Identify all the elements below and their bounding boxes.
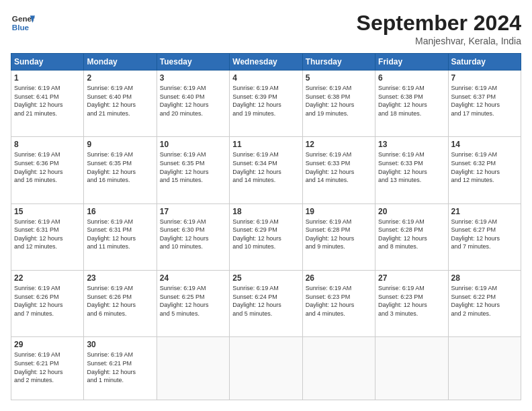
day-number: 22 bbox=[14, 273, 81, 283]
calendar-cell: 21Sunrise: 6:19 AM Sunset: 6:27 PM Dayli… bbox=[448, 203, 521, 270]
day-number: 11 bbox=[232, 140, 299, 149]
logo-icon: General Blue bbox=[11, 11, 35, 35]
calendar-cell: 19Sunrise: 6:19 AM Sunset: 6:28 PM Dayli… bbox=[302, 203, 375, 270]
calendar-cell: 26Sunrise: 6:19 AM Sunset: 6:23 PM Dayli… bbox=[302, 271, 375, 337]
calendar-cell: 4Sunrise: 6:19 AM Sunset: 6:39 PM Daylig… bbox=[230, 71, 302, 137]
calendar-cell: 1Sunrise: 6:19 AM Sunset: 6:41 PM Daylig… bbox=[11, 71, 84, 137]
day-info: Sunrise: 6:19 AM Sunset: 6:40 PM Dayligh… bbox=[87, 84, 153, 118]
day-info: Sunrise: 6:19 AM Sunset: 6:22 PM Dayligh… bbox=[451, 284, 518, 318]
day-info: Sunrise: 6:19 AM Sunset: 6:27 PM Dayligh… bbox=[451, 218, 518, 251]
calendar-cell: 15Sunrise: 6:19 AM Sunset: 6:31 PM Dayli… bbox=[11, 203, 84, 270]
day-info: Sunrise: 6:19 AM Sunset: 6:32 PM Dayligh… bbox=[451, 150, 518, 184]
day-info: Sunrise: 6:19 AM Sunset: 6:37 PM Dayligh… bbox=[451, 84, 518, 118]
calendar-cell: 11Sunrise: 6:19 AM Sunset: 6:34 PM Dayli… bbox=[230, 137, 302, 203]
calendar-cell bbox=[448, 337, 521, 400]
day-number: 13 bbox=[378, 140, 445, 149]
calendar-cell: 5Sunrise: 6:19 AM Sunset: 6:38 PM Daylig… bbox=[302, 71, 375, 137]
day-info: Sunrise: 6:19 AM Sunset: 6:30 PM Dayligh… bbox=[160, 218, 226, 251]
title-block: September 2024 Manjeshvar, Kerala, India bbox=[357, 11, 521, 46]
day-number: 8 bbox=[14, 140, 81, 149]
calendar-cell: 28Sunrise: 6:19 AM Sunset: 6:22 PM Dayli… bbox=[448, 271, 521, 337]
calendar-week-row: 1Sunrise: 6:19 AM Sunset: 6:41 PM Daylig… bbox=[11, 71, 521, 137]
day-info: Sunrise: 6:19 AM Sunset: 6:34 PM Dayligh… bbox=[232, 150, 299, 184]
calendar-week-row: 15Sunrise: 6:19 AM Sunset: 6:31 PM Dayli… bbox=[11, 203, 521, 270]
calendar-table: SundayMondayTuesdayWednesdayThursdayFrid… bbox=[11, 53, 521, 400]
day-info: Sunrise: 6:19 AM Sunset: 6:26 PM Dayligh… bbox=[14, 284, 81, 318]
day-info: Sunrise: 6:19 AM Sunset: 6:38 PM Dayligh… bbox=[306, 84, 372, 118]
calendar-cell: 22Sunrise: 6:19 AM Sunset: 6:26 PM Dayli… bbox=[11, 271, 84, 337]
day-number: 5 bbox=[306, 73, 372, 83]
day-info: Sunrise: 6:19 AM Sunset: 6:21 PM Dayligh… bbox=[87, 351, 153, 384]
weekday-header-row: SundayMondayTuesdayWednesdayThursdayFrid… bbox=[11, 54, 521, 71]
day-number: 15 bbox=[14, 207, 81, 216]
calendar-cell: 30Sunrise: 6:19 AM Sunset: 6:21 PM Dayli… bbox=[84, 337, 157, 400]
calendar-cell: 25Sunrise: 6:19 AM Sunset: 6:24 PM Dayli… bbox=[230, 271, 302, 337]
day-number: 21 bbox=[451, 207, 518, 216]
day-info: Sunrise: 6:19 AM Sunset: 6:25 PM Dayligh… bbox=[160, 284, 226, 318]
calendar-cell: 14Sunrise: 6:19 AM Sunset: 6:32 PM Dayli… bbox=[448, 137, 521, 203]
calendar-cell: 6Sunrise: 6:19 AM Sunset: 6:38 PM Daylig… bbox=[375, 71, 448, 137]
calendar-cell: 7Sunrise: 6:19 AM Sunset: 6:37 PM Daylig… bbox=[448, 71, 521, 137]
day-number: 26 bbox=[306, 273, 372, 283]
day-number: 18 bbox=[232, 207, 299, 216]
day-number: 2 bbox=[87, 73, 153, 83]
day-number: 10 bbox=[160, 140, 226, 149]
calendar-cell bbox=[230, 337, 302, 400]
weekday-header: Thursday bbox=[302, 54, 375, 71]
day-info: Sunrise: 6:19 AM Sunset: 6:24 PM Dayligh… bbox=[232, 284, 299, 318]
calendar-cell: 24Sunrise: 6:19 AM Sunset: 6:25 PM Dayli… bbox=[157, 271, 229, 337]
page: General Blue September 2024 Manjeshvar, … bbox=[0, 0, 532, 411]
svg-text:Blue: Blue bbox=[12, 23, 30, 32]
day-info: Sunrise: 6:19 AM Sunset: 6:23 PM Dayligh… bbox=[378, 284, 445, 318]
calendar-cell bbox=[375, 337, 448, 400]
day-number: 3 bbox=[160, 73, 226, 83]
day-info: Sunrise: 6:19 AM Sunset: 6:28 PM Dayligh… bbox=[306, 218, 372, 251]
day-info: Sunrise: 6:19 AM Sunset: 6:29 PM Dayligh… bbox=[232, 218, 299, 251]
weekday-header: Sunday bbox=[11, 54, 84, 71]
day-info: Sunrise: 6:19 AM Sunset: 6:31 PM Dayligh… bbox=[14, 218, 81, 251]
weekday-header: Monday bbox=[84, 54, 157, 71]
day-number: 27 bbox=[378, 273, 445, 283]
day-info: Sunrise: 6:19 AM Sunset: 6:23 PM Dayligh… bbox=[306, 284, 372, 318]
calendar-cell: 18Sunrise: 6:19 AM Sunset: 6:29 PM Dayli… bbox=[230, 203, 302, 270]
weekday-header: Friday bbox=[375, 54, 448, 71]
day-info: Sunrise: 6:19 AM Sunset: 6:28 PM Dayligh… bbox=[378, 218, 445, 251]
calendar-cell: 29Sunrise: 6:19 AM Sunset: 6:21 PM Dayli… bbox=[11, 337, 84, 400]
day-number: 9 bbox=[87, 140, 153, 149]
location-title: Manjeshvar, Kerala, India bbox=[357, 36, 521, 46]
day-number: 6 bbox=[378, 73, 445, 83]
day-number: 19 bbox=[306, 207, 372, 216]
calendar-cell: 16Sunrise: 6:19 AM Sunset: 6:31 PM Dayli… bbox=[84, 203, 157, 270]
weekday-header: Wednesday bbox=[230, 54, 302, 71]
day-info: Sunrise: 6:19 AM Sunset: 6:35 PM Dayligh… bbox=[87, 150, 153, 184]
weekday-header: Tuesday bbox=[157, 54, 229, 71]
weekday-header: Saturday bbox=[448, 54, 521, 71]
calendar-week-row: 22Sunrise: 6:19 AM Sunset: 6:26 PM Dayli… bbox=[11, 271, 521, 337]
calendar-cell: 10Sunrise: 6:19 AM Sunset: 6:35 PM Dayli… bbox=[157, 137, 229, 203]
calendar-cell: 20Sunrise: 6:19 AM Sunset: 6:28 PM Dayli… bbox=[375, 203, 448, 270]
day-info: Sunrise: 6:19 AM Sunset: 6:35 PM Dayligh… bbox=[160, 150, 226, 184]
day-info: Sunrise: 6:19 AM Sunset: 6:21 PM Dayligh… bbox=[14, 351, 81, 384]
calendar-cell: 9Sunrise: 6:19 AM Sunset: 6:35 PM Daylig… bbox=[84, 137, 157, 203]
calendar-cell: 17Sunrise: 6:19 AM Sunset: 6:30 PM Dayli… bbox=[157, 203, 229, 270]
calendar-cell: 13Sunrise: 6:19 AM Sunset: 6:33 PM Dayli… bbox=[375, 137, 448, 203]
day-info: Sunrise: 6:19 AM Sunset: 6:36 PM Dayligh… bbox=[14, 150, 81, 184]
calendar-cell: 23Sunrise: 6:19 AM Sunset: 6:26 PM Dayli… bbox=[84, 271, 157, 337]
day-number: 29 bbox=[14, 340, 81, 349]
month-title: September 2024 bbox=[357, 11, 521, 36]
calendar-cell bbox=[302, 337, 375, 400]
day-info: Sunrise: 6:19 AM Sunset: 6:39 PM Dayligh… bbox=[232, 84, 299, 118]
day-number: 24 bbox=[160, 273, 226, 283]
day-number: 25 bbox=[232, 273, 299, 283]
day-number: 16 bbox=[87, 207, 153, 216]
day-number: 17 bbox=[160, 207, 226, 216]
day-info: Sunrise: 6:19 AM Sunset: 6:41 PM Dayligh… bbox=[14, 84, 81, 118]
calendar-cell: 2Sunrise: 6:19 AM Sunset: 6:40 PM Daylig… bbox=[84, 71, 157, 137]
day-number: 1 bbox=[14, 73, 81, 83]
calendar-cell: 27Sunrise: 6:19 AM Sunset: 6:23 PM Dayli… bbox=[375, 271, 448, 337]
day-number: 30 bbox=[87, 340, 153, 349]
header: General Blue September 2024 Manjeshvar, … bbox=[11, 11, 521, 46]
day-number: 28 bbox=[451, 273, 518, 283]
calendar-cell: 3Sunrise: 6:19 AM Sunset: 6:40 PM Daylig… bbox=[157, 71, 229, 137]
day-info: Sunrise: 6:19 AM Sunset: 6:33 PM Dayligh… bbox=[306, 150, 372, 184]
